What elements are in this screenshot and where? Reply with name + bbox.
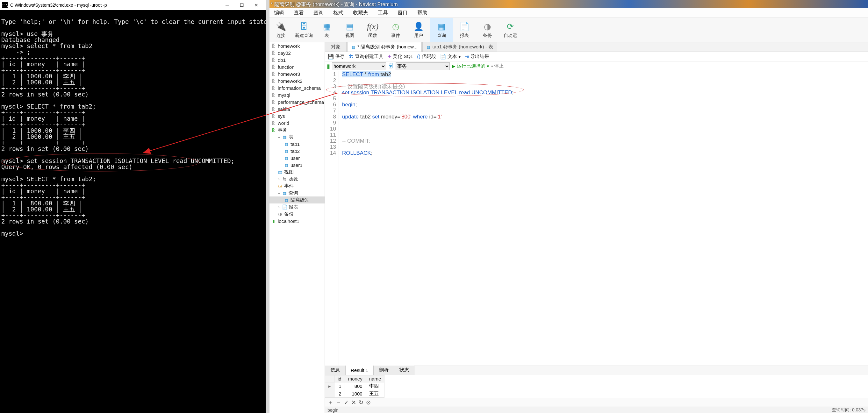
tree-db-homework[interactable]: 🗄homework (270, 42, 324, 50)
tab-object[interactable]: 对象 (325, 42, 347, 52)
queries-folder-icon: ▦ (282, 190, 287, 196)
beautify-sql-button[interactable]: ✦美化 SQL (388, 54, 413, 60)
fx-icon: f(x) (367, 21, 378, 32)
query-run-bar[interactable]: ▮ homework 🗄 事务 ▶运行已选择的▾ ▪停止 (325, 61, 868, 71)
toolbar-查询[interactable]: ▦查询 (430, 18, 453, 42)
editor-gutter: 1234567891011121314 (325, 71, 339, 366)
grid-action-5[interactable]: ⊘ (366, 399, 371, 406)
tree-functions-folder[interactable]: ›fx函数 (270, 176, 324, 183)
toolbar-函数[interactable]: f(x)函数 (361, 18, 384, 42)
sql-editor[interactable]: 1234567891011121314 SELECT * from tab2 -… (325, 71, 868, 366)
tree-reports-folder[interactable]: ›📄报表 (270, 203, 324, 211)
export-result-button[interactable]: ⇥导出结果 (465, 54, 489, 60)
editor-code[interactable]: SELECT * from tab2 -- 设置隔离级别(读未提交)set se… (339, 71, 514, 366)
tree-db-function[interactable]: 🗄function (270, 63, 324, 70)
save-button[interactable]: 💾保存 (328, 54, 345, 60)
tree-events-folder[interactable]: ◷事件 (270, 183, 324, 189)
cmd-title: C:\Windows\System32\cmd.exe - mysql -uro… (10, 3, 220, 8)
grid-action-4[interactable]: ↻ (359, 399, 364, 406)
menu-编辑[interactable]: 编辑 (274, 9, 284, 16)
grid-action-3[interactable]: ✕ (351, 399, 356, 406)
stop-button[interactable]: ▪停止 (491, 63, 504, 69)
result-tabs[interactable]: 信息Result 1剖析状态 (325, 366, 868, 375)
tree-table-user1[interactable]: ▦user1 (270, 161, 324, 168)
tree-db-事务[interactable]: 🗄事务 (270, 126, 324, 133)
tree-db-sys[interactable]: 🗄sys (270, 113, 324, 119)
menu-收藏夹[interactable]: 收藏夹 (353, 9, 368, 16)
menu-工具[interactable]: 工具 (378, 9, 388, 16)
tab-tab1-table[interactable]: ▦tab1 @事务 (homework) - 表 (422, 42, 497, 52)
tree-tables-folder[interactable]: ⌄▦表 (270, 133, 324, 140)
connection-icon: ▮ (271, 218, 277, 224)
query-builder-button[interactable]: 🛠查询创建工具 (348, 54, 383, 60)
result-tab-状态[interactable]: 状态 (394, 365, 414, 375)
tree-db-day02[interactable]: 🗄day02 (270, 50, 324, 56)
tree-query-隔离级别[interactable]: ▦隔离级别 (270, 196, 324, 203)
navicat-title: * 隔离级别 @事务 (homework) - 查询 - Navicat Pre… (271, 1, 398, 8)
result-tab-Result 1[interactable]: Result 1 (345, 365, 374, 375)
cmd-terminal-output[interactable]: Type 'help;' or '\h' for help. Type '\c'… (0, 10, 266, 413)
tree-db-homework2[interactable]: 🗄homework2 (270, 77, 324, 84)
result-row[interactable]: 21000王五 (325, 390, 384, 398)
tree-db-information_schema[interactable]: 🗄information_schema (270, 84, 324, 91)
menu-查看[interactable]: 查看 (294, 9, 304, 16)
toolbar-表[interactable]: ▦表 (315, 18, 338, 42)
toolbar-事件[interactable]: ◷事件 (384, 18, 407, 42)
toolbar-视图[interactable]: ▤视图 (338, 18, 361, 42)
view-icon: ▤ (344, 21, 355, 32)
col-id[interactable]: id (335, 375, 345, 382)
col-name[interactable]: name (366, 375, 384, 382)
code-snippet-button[interactable]: ()代码段 (417, 54, 436, 60)
toolbar-备份[interactable]: ◑备份 (476, 18, 499, 42)
tree-queries-folder[interactable]: ⌄▦查询 (270, 189, 324, 196)
tree-table-tab2[interactable]: ▦tab2 (270, 148, 324, 154)
result-grid[interactable]: idmoneyname▸1800李四21000王五 (325, 375, 868, 398)
navicat-toolbar[interactable]: 🔌连接🗄新建查询▦表▤视图f(x)函数◷事件👤用户▦查询📄报表◑备份⟳自动运 (270, 18, 868, 42)
menu-窗口[interactable]: 窗口 (398, 9, 408, 16)
result-tab-剖析[interactable]: 剖析 (374, 365, 394, 375)
grid-action-0[interactable]: ＋ (328, 399, 333, 406)
beautify-icon: ✦ (388, 54, 392, 60)
schema-select[interactable]: 事务 (396, 62, 450, 70)
tab-query-isolation[interactable]: ▦* 隔离级别 @事务 (homew... (347, 42, 422, 52)
result-grid-toolbar[interactable]: ＋－✓✕↻⊘ (325, 398, 868, 407)
grid-action-2[interactable]: ✓ (344, 399, 349, 406)
cmd-minimize-button[interactable]: ─ (220, 0, 235, 10)
toolbar-用户[interactable]: 👤用户 (407, 18, 430, 42)
menu-格式[interactable]: 格式 (333, 9, 343, 16)
connection-select[interactable]: homework (332, 62, 386, 70)
cmd-close-button[interactable]: ✕ (249, 0, 264, 10)
result-tab-信息[interactable]: 信息 (325, 365, 345, 375)
result-row[interactable]: ▸1800李四 (325, 382, 384, 390)
navicat-connection-tree[interactable]: 🗄homework🗄day02🗄db1🗄function🗄homewor3🗄ho… (270, 42, 325, 413)
cmd-maximize-button[interactable]: ☐ (235, 0, 249, 10)
tree-table-tab1[interactable]: ▦tab1 (270, 140, 324, 148)
toolbar-报表[interactable]: 📄报表 (453, 18, 476, 42)
navicat-document-tabs[interactable]: 对象 ▦* 隔离级别 @事务 (homew... ▦tab1 @事务 (home… (325, 42, 868, 52)
database-icon: 🗄 (271, 57, 277, 63)
tree-db-sakila[interactable]: 🗄sakila (270, 105, 324, 113)
status-right: 查询时间: 0.037s (832, 407, 865, 413)
tree-db-homewor3[interactable]: 🗄homewor3 (270, 70, 324, 77)
cmd-titlebar[interactable]: C:\ C:\Windows\System32\cmd.exe - mysql … (0, 0, 266, 10)
tree-db-mysql[interactable]: 🗄mysql (270, 91, 324, 98)
tree-backup-folder[interactable]: ◑备份 (270, 211, 324, 218)
tree-views-folder[interactable]: ▤视图 (270, 168, 324, 176)
menu-帮助[interactable]: 帮助 (417, 9, 428, 16)
grid-action-1[interactable]: － (336, 399, 341, 406)
navicat-menubar[interactable]: 编辑查看查询格式收藏夹工具窗口帮助 (270, 8, 868, 18)
toolbar-连接[interactable]: 🔌连接 (270, 18, 292, 42)
toolbar-自动运[interactable]: ⟳自动运 (499, 18, 522, 42)
tree-connection[interactable]: ▮localhost1 (270, 218, 324, 224)
tree-db-performance_schema[interactable]: 🗄performance_schema (270, 98, 324, 105)
tree-table-user[interactable]: ▦user (270, 154, 324, 161)
query-sub-toolbar[interactable]: 💾保存 🛠查询创建工具 ✦美化 SQL ()代码段 📄文本▾ ⇥导出结果 (325, 52, 868, 61)
query-item-icon: ▦ (283, 197, 289, 203)
run-selected-button[interactable]: ▶运行已选择的▾ (452, 63, 489, 69)
col-money[interactable]: money (345, 375, 366, 382)
text-button[interactable]: 📄文本▾ (440, 54, 461, 60)
menu-查询[interactable]: 查询 (313, 9, 323, 16)
tree-db-db1[interactable]: 🗄db1 (270, 56, 324, 63)
tree-db-world[interactable]: 🗄world (270, 119, 324, 126)
toolbar-新建查询[interactable]: 🗄新建查询 (292, 18, 315, 42)
